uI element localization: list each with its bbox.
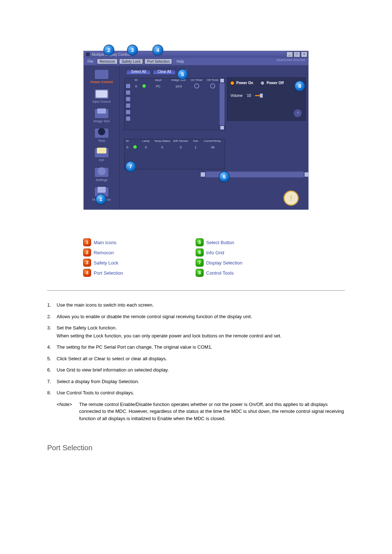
sidebar-item-label: Settings — [84, 178, 119, 182]
legend-row: 3Safety Lock — [83, 259, 196, 266]
speaker-icon[interactable] — [294, 109, 302, 117]
list-item-line: When setting the Lock function, you can … — [57, 332, 345, 340]
legend-row: 7Display Selection — [196, 259, 309, 266]
row-checkbox-icon[interactable] — [126, 97, 130, 101]
list-item: The setting for the PC Serial Port can c… — [47, 344, 345, 351]
col-header — [140, 78, 148, 83]
col-header: On Timer — [189, 78, 205, 83]
sidebar-item-time[interactable]: Time — [84, 128, 119, 143]
table-row[interactable]: 0 0 0 0 1 49 — [124, 144, 225, 151]
sidebar-item-label: Input Source — [84, 100, 119, 103]
table-row[interactable] — [124, 90, 225, 96]
brand-logo: SAMSUNG DIGITall — [277, 58, 305, 62]
close-button[interactable]: × — [301, 52, 307, 57]
image-size-icon — [94, 108, 109, 119]
col-header: Lamp — [139, 139, 152, 144]
maximize-button[interactable]: □ — [294, 52, 300, 57]
table-row[interactable] — [124, 151, 225, 157]
vertical-scrollbar[interactable] — [220, 83, 225, 125]
separator — [47, 290, 345, 291]
list-item-line: Use Control Tools to control displays. — [57, 390, 134, 395]
legend-number-icon: 6 — [196, 249, 203, 256]
section-heading-port-selection: Port Selection — [47, 444, 345, 452]
row-checkbox-icon[interactable] — [126, 90, 130, 95]
pip-icon — [94, 148, 109, 158]
legend-label: Info Grid — [206, 250, 224, 255]
legend-label: Safety Lock — [94, 260, 118, 266]
menu-port-selection[interactable]: Port Selection — [144, 59, 172, 64]
row-checkbox-icon[interactable] — [126, 116, 130, 121]
offtimer-icon — [210, 83, 215, 89]
table-row[interactable] — [124, 157, 225, 164]
legend-number-icon: 2 — [83, 249, 91, 256]
note-label: <Note> — [57, 401, 79, 422]
table-row[interactable]: 0 PC 16:9 — [124, 83, 225, 90]
table-row[interactable] — [124, 96, 225, 103]
legend-number-icon: 4 — [83, 269, 91, 276]
menubar: File Remocon Safety Lock Port Selection … — [84, 58, 308, 65]
legend-label: Remocon — [94, 250, 114, 255]
legend-label: Main Icons — [94, 240, 117, 245]
col-header: Input — [148, 78, 168, 83]
col-header: Image Size — [168, 78, 189, 83]
table-row[interactable] — [124, 116, 225, 122]
legend-row: 1Main Icons — [83, 239, 196, 246]
menu-remocon[interactable]: Remocon — [97, 59, 118, 64]
row-checkbox-icon[interactable] — [126, 110, 130, 114]
sidebar-item-image-size[interactable]: Image Size — [84, 108, 119, 123]
power-off-radio[interactable]: Power Off — [261, 81, 283, 85]
legend-row: 5Select Button — [196, 239, 309, 246]
window-buttons: _ □ × — [286, 52, 307, 57]
volume-slider[interactable] — [255, 95, 262, 96]
callout-5: 5 — [178, 70, 187, 79]
legend-row: 6Info Grid — [196, 249, 309, 256]
list-item-line: Set the Safety Lock function. — [57, 325, 117, 331]
col-header: ID — [124, 139, 131, 144]
select-all-button[interactable]: Select All — [126, 69, 151, 75]
display-selection-grid: ID Lamp Temp.Status B/R Senser Fan Curre… — [124, 139, 225, 169]
legend-row: 2Remocon — [83, 249, 196, 256]
volume-value: 10 — [247, 94, 251, 98]
col-header: Off Timer — [205, 78, 221, 83]
callout-4: 4 — [153, 45, 163, 55]
list-item: Use Grid to view brief information on se… — [47, 366, 345, 374]
sidebar-item-pip[interactable]: PIP — [84, 148, 119, 162]
sidebar-item-label: Power Control — [84, 80, 119, 84]
sidebar-item-power-control[interactable]: Power Control — [84, 69, 119, 84]
minimize-button[interactable]: _ — [286, 52, 293, 57]
cell-br-sensor: 0 — [172, 145, 189, 149]
legend-label: Control Tools — [206, 270, 234, 276]
app-screenshot: 1 2 3 4 5 6 7 8 Multiple Display Control… — [83, 47, 309, 214]
cell-id: 0 — [132, 85, 140, 88]
callout-1: 1 — [96, 194, 106, 204]
list-item: Click Select all or Clear to select or c… — [47, 355, 345, 362]
col-header — [124, 78, 132, 83]
legend-label: Display Selection — [206, 260, 242, 266]
legend-row: 4Port Selection — [83, 269, 196, 276]
sidebar-item-label: Time — [84, 139, 119, 143]
legend-label: Port Selection — [94, 270, 123, 276]
table-row[interactable] — [124, 109, 225, 116]
menu-help[interactable]: Help — [176, 59, 184, 63]
sidebar: Power Control Input Source Image Size Ti… — [84, 66, 120, 209]
menu-safety-lock[interactable]: Safety Lock — [119, 59, 143, 64]
row-checkbox-icon[interactable] — [126, 84, 130, 88]
col-header — [131, 139, 139, 144]
power-control-icon — [94, 69, 109, 79]
table-row[interactable] — [124, 103, 225, 109]
page: 1 2 3 4 5 6 7 8 Multiple Display Control… — [0, 0, 392, 503]
col-header: Fan — [189, 139, 202, 144]
info-grid-top: ID Input Image Size On Timer Off Timer 0… — [124, 78, 225, 130]
callout-6: 6 — [220, 172, 229, 181]
menu-file[interactable]: File — [85, 59, 95, 63]
row-checkbox-icon[interactable] — [126, 103, 130, 108]
cell-lamp: 0 — [139, 145, 152, 149]
callout-3: 3 — [128, 45, 137, 55]
clear-all-button[interactable]: Clear All — [153, 69, 176, 75]
sidebar-item-input-source[interactable]: Input Source — [84, 89, 119, 103]
list-item: Set the Safety Lock function. When setti… — [47, 324, 345, 339]
power-on-radio[interactable]: Power On — [230, 81, 253, 85]
radio-on-icon — [230, 81, 234, 85]
sidebar-item-settings[interactable]: Settings — [84, 167, 119, 182]
list-item: Allows you to enable or disable the remo… — [47, 313, 345, 320]
